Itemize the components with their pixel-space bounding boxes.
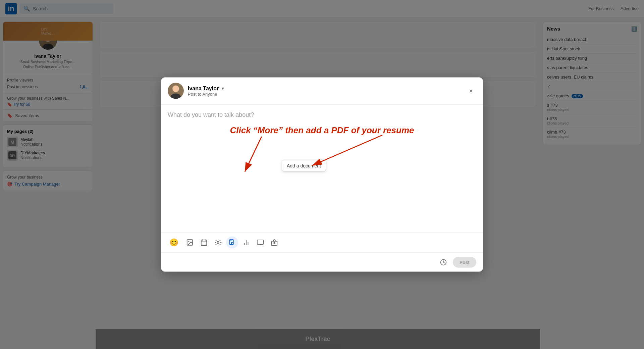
svg-rect-16: [201, 240, 207, 246]
slide-button[interactable]: [254, 237, 266, 249]
celebrate-button[interactable]: [212, 237, 224, 249]
modal-body: What do you want to talk about? Click “M…: [161, 105, 483, 232]
schedule-button[interactable]: [438, 257, 449, 268]
job-button[interactable]: [268, 237, 280, 249]
svg-point-8: [172, 86, 179, 92]
svg-rect-27: [257, 240, 263, 244]
more-document-button[interactable]: [226, 237, 238, 249]
modal-close-button[interactable]: ×: [466, 86, 476, 96]
chart-button[interactable]: [240, 237, 252, 249]
modal-user-name: Ivana Taylor ▼: [188, 85, 462, 91]
post-placeholder[interactable]: What do you want to talk about?: [168, 111, 476, 118]
calendar-button[interactable]: [198, 237, 210, 249]
post-button[interactable]: Post: [453, 257, 476, 268]
annotation-text: Click “More” then add a PDF of your resu…: [174, 125, 470, 136]
annotation-area: Click “More” then add a PDF of your resu…: [168, 118, 476, 186]
svg-point-31: [274, 243, 275, 244]
add-document-tooltip: Add a document: [282, 160, 326, 171]
modal-user-avatar: [168, 83, 184, 99]
emoji-button[interactable]: 😊: [168, 237, 180, 249]
svg-point-15: [188, 241, 189, 242]
modal-footer: Post: [161, 253, 483, 272]
svg-rect-21: [230, 240, 233, 245]
photo-button[interactable]: [184, 237, 196, 249]
svg-line-12: [245, 137, 262, 172]
modal-user-info: Ivana Taylor ▼ Post to Anyone: [188, 85, 462, 96]
modal-audience: Post to Anyone: [188, 91, 462, 96]
dropdown-icon[interactable]: ▼: [221, 86, 225, 91]
post-modal: Ivana Taylor ▼ Post to Anyone × What do …: [161, 78, 483, 272]
modal-toolbar: 😊: [161, 232, 483, 253]
modal-header: Ivana Taylor ▼ Post to Anyone ×: [161, 78, 483, 105]
svg-point-20: [217, 242, 219, 244]
